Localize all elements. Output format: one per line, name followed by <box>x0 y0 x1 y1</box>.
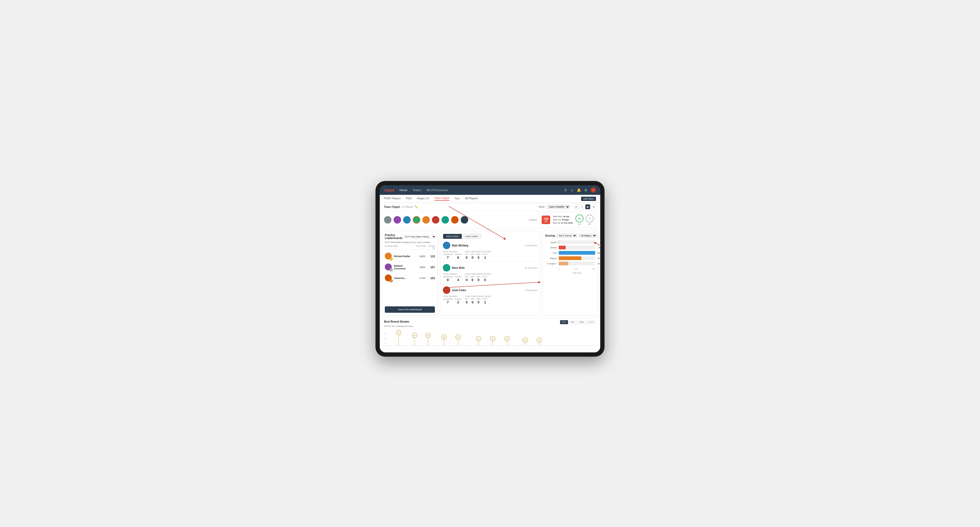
view-card-icon[interactable]: ▦ <box>585 205 590 209</box>
view-list-icon[interactable]: ≡ <box>579 205 584 209</box>
bar-label-pars: Pars <box>545 252 557 254</box>
player-card-josh: Josh Coles 26 Aug 2023 Total Rounds Tour… <box>443 286 537 306</box>
lb-avatar-1: 1 <box>385 252 392 260</box>
tablet-device: clippd Home Teams My Performance ⚲ ☺ 🔔 ⚙… <box>375 181 605 357</box>
view-full-leaderboard-button[interactable]: View Full Leaderboard <box>385 306 435 313</box>
tournament-col-josh: Tournament 7 <box>443 298 453 304</box>
least-active-tab[interactable]: Least Active <box>462 234 481 239</box>
pc-avatar-blair <box>443 242 450 249</box>
bar-label-birdies: Birdies <box>545 246 557 249</box>
putt-col-josh: PUTT 1 <box>482 298 487 304</box>
bar-fill-pars <box>559 251 595 255</box>
svg-text:4: 4 <box>385 342 386 344</box>
shot-card: 198 SC Shot Dist: 16 yds Start Lie: Roug… <box>539 212 596 227</box>
show-select[interactable]: Last 3 months Last 6 months Last year Al… <box>547 205 570 209</box>
svg-text:6: 6 <box>385 338 386 340</box>
pc-name-blair: Blair McHarg <box>452 244 523 247</box>
ott-col-blair: OTT 0 <box>465 253 468 259</box>
leaderboard-header: PLAYER NAME PB SCORE PB AVG SQ <box>385 245 435 250</box>
player-avatar-1[interactable] <box>384 216 391 224</box>
view-icons: ⊞ ≡ ▦ ⇅ <box>574 205 596 209</box>
app-col-rees: APP 0 <box>471 276 474 282</box>
show-label: Show: <box>538 205 545 208</box>
ogt-tab-app[interactable]: APP <box>569 320 577 324</box>
app-col-blair: APP 0 <box>471 253 474 259</box>
arg-col-josh: ARG 0 <box>476 298 480 304</box>
player-avatar-7[interactable] <box>442 216 449 224</box>
player-avatar-5[interactable] <box>422 216 430 224</box>
ogt-tab-arg[interactable]: ARG <box>578 320 586 324</box>
ogt-tab-putt[interactable]: PUTT <box>587 320 596 324</box>
show-filter: Show: Last 3 months Last 6 months Last y… <box>538 205 596 209</box>
sub-nav-hcaps[interactable]: Hcaps 1-5 <box>417 197 429 200</box>
svg-text:5x: 5x <box>457 336 459 338</box>
leaderboard-row-3[interactable]: 3 Cameron... 17/20 103 <box>385 273 435 284</box>
player-avatar-6[interactable] <box>432 216 439 224</box>
view-grid-icon[interactable]: ⊞ <box>574 205 578 209</box>
top-nav: clippd Home Teams My Performance ⚲ ☺ 🔔 ⚙… <box>380 185 600 195</box>
view-sort-icon[interactable]: ⇅ <box>591 205 596 209</box>
practice-activities-group-josh: Total Practice Activities OTT 0 APP 0 <box>465 295 491 304</box>
player-avatar-4[interactable] <box>413 216 420 224</box>
sub-nav-pga[interactable]: PGA <box>406 197 412 200</box>
nav-teams[interactable]: Teams <box>413 189 421 192</box>
person-icon[interactable]: ☺ <box>570 188 574 192</box>
ott-col-josh: OTT 0 <box>465 298 468 304</box>
scoring-panel: Scoring Par 3, 4 & 5s Par 3s Par 4s Par … <box>542 231 598 316</box>
lb-medal-silver: 2 <box>390 268 393 271</box>
player-card-header-3: Josh Coles 26 Aug 2023 <box>443 286 537 294</box>
bar-row-pars: Pars 499 <box>545 251 595 255</box>
player-avatar-9[interactable] <box>461 216 468 224</box>
nav-icons: ⚲ ☺ 🔔 ⚙ U <box>564 187 596 193</box>
bar-value-dbogeys: 131 <box>598 262 600 265</box>
arg-col-blair: ARG 0 <box>476 253 480 259</box>
player-avatar-3[interactable] <box>403 216 410 224</box>
avatar-icon[interactable]: U <box>591 187 596 193</box>
team-title: Team Clippd <box>384 205 400 208</box>
scoring-par-filter[interactable]: Par 3, 4 & 5s Par 3s Par 4s Par 5s <box>557 234 577 238</box>
svg-text:6x: 6x <box>427 335 429 337</box>
sub-nav-all-players[interactable]: All Players <box>465 197 477 200</box>
lb-score-3: 17/20 <box>415 277 425 279</box>
bar-fill-bogeys <box>559 256 581 260</box>
scoring-players-filter[interactable]: All Players <box>579 234 597 238</box>
shot-label: SC <box>545 221 547 222</box>
sub-nav-pgat[interactable]: PGAT Players <box>384 197 401 200</box>
best-round-streaks-section: Best Round Streaks OTT APP ARG PUTT Off … <box>380 318 600 352</box>
lb-medal-bronze: 3 <box>390 279 393 283</box>
leaderboard-row-2[interactable]: 2 Edward Crossman 18/20 107 <box>385 262 435 273</box>
search-icon[interactable]: ⚲ <box>564 188 567 192</box>
axis-400: 400 <box>592 268 595 270</box>
bar-track-dbogeys: 131 <box>559 262 595 265</box>
sub-nav-tour[interactable]: Tour <box>455 197 460 200</box>
nav-home[interactable]: Home <box>399 189 407 192</box>
chart-axis-title: Total Shots <box>545 272 595 274</box>
practice-activities-group-blair: Total Practice Activities OTT 0 APP 0 <box>465 251 491 259</box>
nav-my-performance[interactable]: My Performance <box>426 189 448 192</box>
players-strip: Players <box>384 216 537 224</box>
player-avatar-8[interactable] <box>451 216 458 224</box>
player-avatar-2[interactable] <box>394 216 401 224</box>
bar-track-bogeys: 311 <box>559 256 595 260</box>
lb-avg-3: 103 <box>427 277 435 280</box>
svg-text:3x: 3x <box>538 339 540 341</box>
players-row: Players 198 SC Shot Dist: 16 yds Start L… <box>380 211 600 229</box>
bell-icon[interactable]: 🔔 <box>577 188 581 192</box>
drill-select[interactable]: PUTT Must Make Putting... <box>402 235 436 239</box>
ogt-tab-ott[interactable]: OTT <box>560 320 568 324</box>
edit-team-icon[interactable]: ✏️ <box>415 205 418 208</box>
lb-avg-2: 107 <box>427 266 435 269</box>
practice-leaderboards-panel: Practice Leaderboards PUTT Must Make Put… <box>382 231 438 316</box>
most-active-tab[interactable]: Most Active <box>443 234 462 239</box>
col-avg: PB AVG SQ <box>427 245 435 249</box>
leaderboard-row-1[interactable]: 1 Richard Butler 19/20 110 <box>385 251 435 262</box>
svg-text:4x: 4x <box>477 338 480 340</box>
bar-label-dbogeys: D. Bogeys + <box>545 263 557 265</box>
settings-icon[interactable]: ⚙ <box>584 188 587 192</box>
add-team-button[interactable]: Add Team <box>581 197 596 201</box>
svg-text:3x: 3x <box>524 339 526 341</box>
ott-col-rees: OTT 0 <box>465 276 468 282</box>
sub-nav-team-clippd[interactable]: Team Clippd <box>434 197 449 201</box>
lb-medal-gold: 1 <box>390 257 393 260</box>
shot-badge: 198 SC <box>542 216 550 224</box>
